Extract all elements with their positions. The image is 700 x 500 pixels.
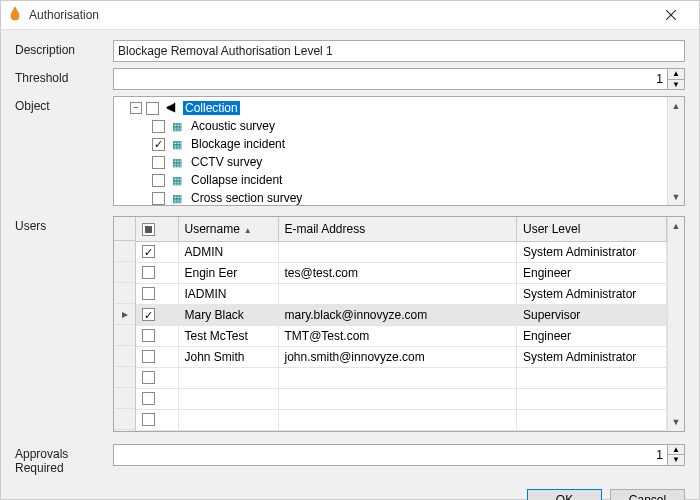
table-row[interactable]: IADMINSystem Administrator [136, 283, 667, 304]
cell-username[interactable] [178, 388, 278, 409]
tree-child-checkbox[interactable] [152, 120, 165, 133]
close-button[interactable] [651, 1, 691, 29]
tree-child-label[interactable]: CCTV survey [189, 155, 264, 169]
cell-email[interactable] [278, 241, 517, 262]
cell-email[interactable] [278, 367, 517, 388]
cell-level[interactable]: System Administrator [517, 283, 667, 304]
tree-child-checkbox[interactable] [152, 192, 165, 205]
cell-level[interactable] [517, 367, 667, 388]
column-header-email[interactable]: E-mail Address [278, 217, 517, 241]
ok-button[interactable]: OK [527, 489, 602, 501]
row-checkbox[interactable] [142, 245, 155, 258]
cell-email[interactable] [278, 388, 517, 409]
cell-username[interactable]: IADMIN [178, 283, 278, 304]
tree-child-row[interactable]: ▦Acoustic survey [118, 117, 667, 135]
cell-level[interactable]: Supervisor [517, 304, 667, 325]
tree-child-row[interactable]: ▦Collapse incident [118, 171, 667, 189]
tree-child-row[interactable]: ▦Blockage incident [118, 135, 667, 153]
select-all-checkbox[interactable] [142, 223, 155, 236]
cell-level[interactable] [517, 409, 667, 430]
object-tree-scrollbar[interactable]: ▲ ▼ [667, 97, 684, 205]
cell-email[interactable]: TMT@Test.com [278, 325, 517, 346]
row-checkbox[interactable] [142, 329, 155, 342]
threshold-spin-up[interactable]: ▲ [667, 68, 685, 79]
row-header[interactable] [114, 262, 135, 283]
row-header[interactable] [114, 241, 135, 262]
scroll-down-icon[interactable]: ▼ [668, 188, 684, 205]
cell-level[interactable]: Engineer [517, 325, 667, 346]
table-row[interactable] [136, 367, 667, 388]
table-row[interactable]: Test McTestTMT@Test.comEngineer [136, 325, 667, 346]
users-row: Users ▸ Username▲ E-mail [15, 216, 685, 432]
table-row[interactable] [136, 409, 667, 430]
cell-username[interactable]: Mary Black [178, 304, 278, 325]
scroll-down-icon[interactable]: ▼ [668, 414, 684, 431]
row-checkbox[interactable] [142, 350, 155, 363]
column-header-level[interactable]: User Level [517, 217, 667, 241]
scroll-up-icon[interactable]: ▲ [668, 217, 684, 234]
approvals-row: Approvals Required ▲ ▼ [15, 444, 685, 475]
row-header[interactable] [114, 346, 135, 367]
tree-collapse-icon[interactable]: − [130, 102, 142, 114]
users-grid-scrollbar[interactable]: ▲ ▼ [667, 217, 684, 431]
cell-email[interactable]: mary.black@innovyze.com [278, 304, 517, 325]
row-checkbox[interactable] [142, 371, 155, 384]
cell-level[interactable] [517, 388, 667, 409]
table-row[interactable] [136, 388, 667, 409]
approvals-input[interactable] [113, 444, 667, 466]
table-row[interactable]: Engin Eertes@test.comEngineer [136, 262, 667, 283]
cell-username[interactable] [178, 367, 278, 388]
cell-username[interactable] [178, 409, 278, 430]
object-tree[interactable]: − ⯇ Collection ▦Acoustic survey▦Blockage… [113, 96, 685, 206]
row-checkbox[interactable] [142, 392, 155, 405]
row-header[interactable] [114, 325, 135, 346]
cell-username[interactable]: ADMIN [178, 241, 278, 262]
tree-child-checkbox[interactable] [152, 138, 165, 151]
column-header-select[interactable] [136, 217, 178, 241]
column-header-username[interactable]: Username▲ [178, 217, 278, 241]
cell-username[interactable]: Test McTest [178, 325, 278, 346]
cell-email[interactable]: tes@test.com [278, 262, 517, 283]
scroll-up-icon[interactable]: ▲ [668, 97, 684, 114]
cell-email[interactable] [278, 283, 517, 304]
row-checkbox[interactable] [142, 413, 155, 426]
tree-child-checkbox[interactable] [152, 156, 165, 169]
tree-child-row[interactable]: ▦CCTV survey [118, 153, 667, 171]
table-row[interactable]: Mary Blackmary.black@innovyze.comSupervi… [136, 304, 667, 325]
row-header[interactable]: ▸ [114, 304, 135, 325]
cell-username[interactable]: Engin Eer [178, 262, 278, 283]
approvals-spin-down[interactable]: ▼ [667, 454, 685, 466]
approvals-spin-up[interactable]: ▲ [667, 444, 685, 455]
tree-child-label[interactable]: Cross section survey [189, 191, 304, 205]
tree-child-row[interactable]: ▦Cross section survey [118, 189, 667, 206]
table-row[interactable]: ADMINSystem Administrator [136, 241, 667, 262]
cell-level[interactable]: Engineer [517, 262, 667, 283]
tree-root-row[interactable]: − ⯇ Collection [118, 99, 667, 117]
tree-child-label[interactable]: Acoustic survey [189, 119, 277, 133]
row-header[interactable] [114, 367, 135, 388]
cell-email[interactable] [278, 409, 517, 430]
cell-level[interactable]: System Administrator [517, 241, 667, 262]
approvals-stepper[interactable]: ▲ ▼ [113, 444, 685, 466]
tree-child-label[interactable]: Blockage incident [189, 137, 287, 151]
users-grid[interactable]: ▸ Username▲ E-mail Address User Level [113, 216, 685, 432]
row-header[interactable] [114, 409, 135, 430]
threshold-input[interactable] [113, 68, 667, 90]
row-header[interactable] [114, 388, 135, 409]
tree-child-label[interactable]: Collapse incident [189, 173, 284, 187]
cell-username[interactable]: John Smith [178, 346, 278, 367]
description-input[interactable] [113, 40, 685, 62]
row-checkbox[interactable] [142, 308, 155, 321]
row-checkbox[interactable] [142, 266, 155, 279]
row-header[interactable] [114, 283, 135, 304]
tree-root-label[interactable]: Collection [183, 101, 240, 115]
threshold-spin-down[interactable]: ▼ [667, 79, 685, 91]
tree-root-checkbox[interactable] [146, 102, 159, 115]
threshold-stepper[interactable]: ▲ ▼ [113, 68, 685, 90]
cell-email[interactable]: john.smith@innovyze.com [278, 346, 517, 367]
table-row[interactable]: John Smithjohn.smith@innovyze.comSystem … [136, 346, 667, 367]
row-checkbox[interactable] [142, 287, 155, 300]
tree-child-checkbox[interactable] [152, 174, 165, 187]
cancel-button[interactable]: Cancel [610, 489, 685, 501]
cell-level[interactable]: System Administrator [517, 346, 667, 367]
